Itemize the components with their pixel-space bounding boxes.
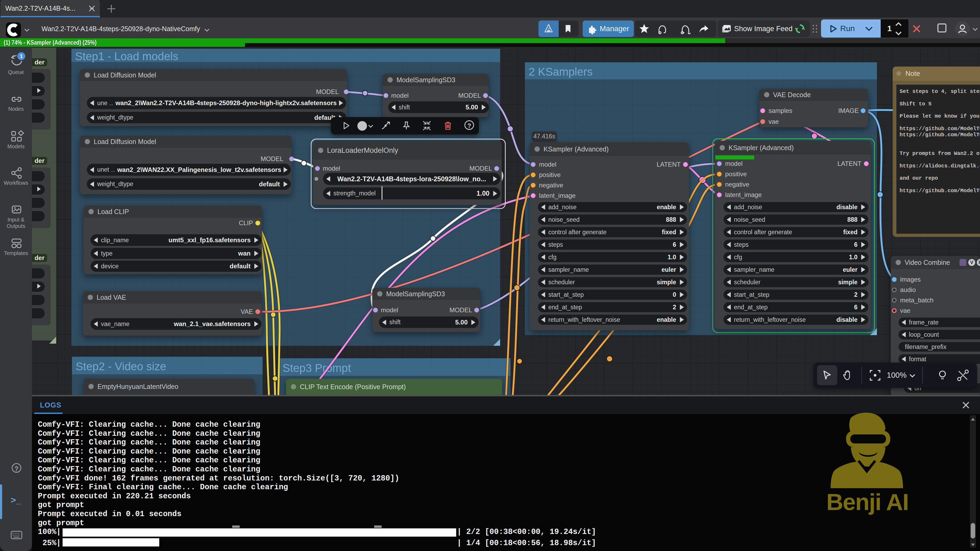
svg-text:Benji AI: Benji AI [826,489,908,515]
